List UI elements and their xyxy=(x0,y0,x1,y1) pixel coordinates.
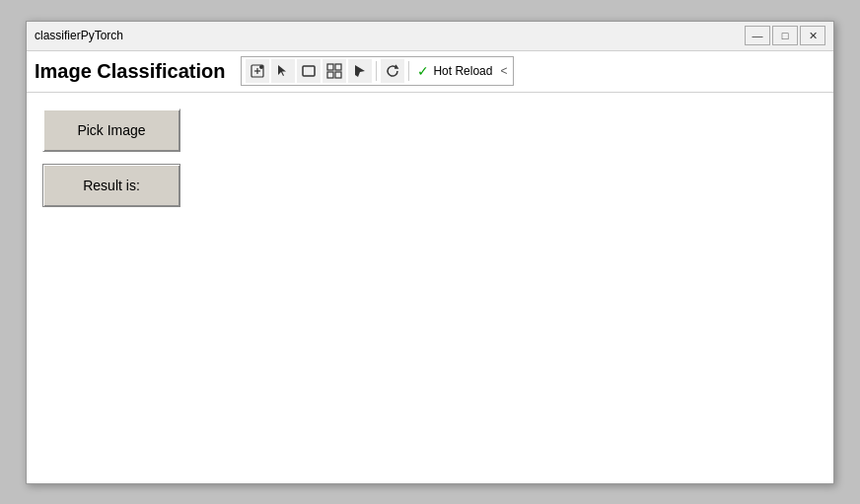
toolbar-collapse-button[interactable]: < xyxy=(498,64,509,78)
svg-point-3 xyxy=(259,65,263,69)
window-controls: — □ ✕ xyxy=(745,26,825,45)
hot-reload-label: Hot Reload xyxy=(433,64,492,78)
pointer-icon[interactable] xyxy=(348,59,372,83)
hot-reload-check-icon: ✓ xyxy=(417,63,429,79)
rectangle-icon[interactable] xyxy=(297,59,321,83)
page-title: Image Classification xyxy=(35,60,225,83)
maximize-button[interactable]: □ xyxy=(772,26,798,45)
toolbar-icons: ✓ Hot Reload < xyxy=(241,56,514,86)
window-title: classifierPyTorch xyxy=(35,29,123,42)
result-box: Result is: xyxy=(42,164,180,207)
browse-icon[interactable] xyxy=(246,59,269,83)
svg-marker-10 xyxy=(355,65,365,77)
content-area: Pick Image Result is: xyxy=(27,93,833,483)
svg-rect-6 xyxy=(327,64,333,70)
svg-rect-8 xyxy=(327,72,333,78)
toolbar-divider xyxy=(376,61,377,81)
inspect-icon[interactable] xyxy=(322,59,346,83)
svg-rect-7 xyxy=(335,64,341,70)
minimize-button[interactable]: — xyxy=(745,26,770,45)
toolbar-row: Image Classification xyxy=(27,51,833,93)
pick-image-button[interactable]: Pick Image xyxy=(42,108,180,152)
toolbar-divider-2 xyxy=(408,61,409,81)
close-button[interactable]: ✕ xyxy=(800,26,825,45)
title-bar: classifierPyTorch — □ ✕ xyxy=(27,22,833,51)
cursor-icon[interactable] xyxy=(271,59,295,83)
refresh-icon[interactable] xyxy=(381,59,404,83)
app-window: classifierPyTorch — □ ✕ Image Classifica… xyxy=(26,21,834,484)
result-label: Result is: xyxy=(83,178,140,193)
svg-rect-5 xyxy=(303,66,315,76)
hot-reload-button[interactable]: ✓ Hot Reload xyxy=(413,63,496,79)
svg-marker-4 xyxy=(278,65,286,76)
svg-rect-9 xyxy=(335,72,341,78)
